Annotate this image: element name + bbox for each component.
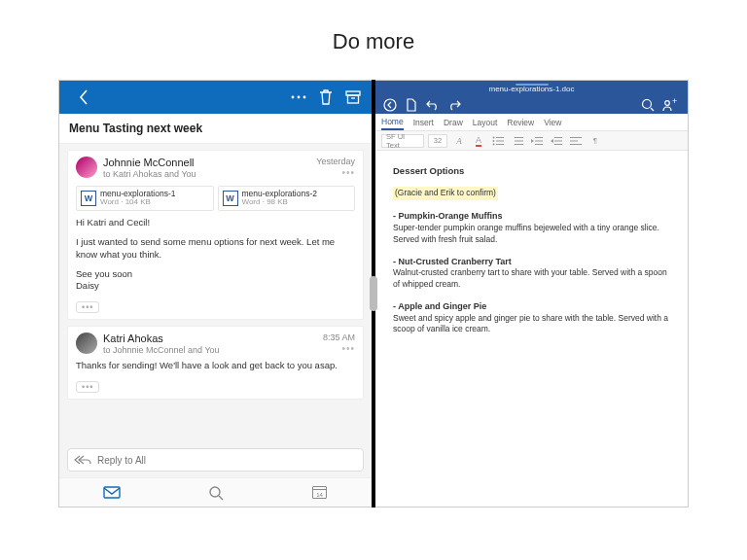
- message-body: Hi Katri and Cecil! I just wanted to sen…: [76, 217, 355, 293]
- reply-all-icon[interactable]: [68, 455, 97, 465]
- delete-icon[interactable]: [315, 87, 337, 108]
- svg-rect-4: [348, 95, 359, 103]
- numbering-icon[interactable]: [510, 134, 525, 148]
- svg-point-18: [493, 143, 495, 145]
- calendar-tab-icon[interactable]: 14: [309, 483, 331, 503]
- message-to: to Johnnie McConnel and You: [103, 345, 317, 356]
- share-icon[interactable]: +: [660, 96, 678, 114]
- item-desc: Super-tender pumpkin orange muffins beje…: [393, 223, 670, 246]
- mail-tab-icon[interactable]: [101, 483, 123, 503]
- document-canvas[interactable]: Dessert Options (Gracie and Erik to conf…: [375, 151, 688, 507]
- message-body: Thanks for sending! We'll have a look an…: [76, 360, 355, 372]
- svg-line-11: [651, 108, 654, 111]
- item-desc: Sweet and spicy apple and ginger pie to …: [393, 313, 670, 336]
- message-card[interactable]: Katri Ahokas to Johnnie McConnel and You…: [67, 326, 364, 400]
- bullets-icon[interactable]: [490, 134, 506, 148]
- page-title: Do more: [0, 0, 747, 80]
- message-more-icon[interactable]: •••: [323, 343, 355, 355]
- email-subject: Menu Tasting next week: [59, 114, 372, 144]
- outlook-body: Menu Tasting next week Johnnie McConnell…: [59, 114, 372, 477]
- tab-insert[interactable]: Insert: [413, 116, 434, 129]
- attachment[interactable]: W menu-explorations-1 Word · 104 KB: [76, 186, 214, 211]
- svg-text:+: +: [672, 98, 677, 106]
- message-more-icon[interactable]: •••: [316, 167, 355, 179]
- outlook-header: [59, 81, 372, 114]
- word-file-icon: W: [81, 191, 96, 206]
- font-style-icon[interactable]: A: [451, 134, 467, 148]
- word-pane: menu-explorations-1.doc + Home Insert Dr…: [375, 80, 689, 508]
- word-file-icon: W: [223, 191, 238, 206]
- doc-highlighted-note: (Gracie and Erik to confirm): [393, 187, 498, 200]
- item-title: - Nut-Crusted Cranberry Tart: [393, 256, 670, 268]
- styles-icon[interactable]: ¶: [587, 134, 603, 148]
- back-button[interactable]: [381, 96, 399, 114]
- ribbon-tabs: Home Insert Draw Layout Review View: [375, 114, 688, 131]
- message-card[interactable]: Johnnie McConnell to Katri Ahokas and Yo…: [67, 150, 364, 320]
- outlook-footer: 14: [59, 477, 372, 507]
- message-from: Johnnie McConnell: [103, 157, 310, 169]
- tab-layout[interactable]: Layout: [473, 116, 498, 129]
- font-name-select[interactable]: SF UI Text: [381, 134, 424, 148]
- svg-rect-6: [104, 487, 120, 498]
- reply-input[interactable]: [97, 455, 363, 466]
- archive-icon[interactable]: [342, 87, 364, 108]
- item-title: - Apple and Ginger Pie: [393, 300, 670, 313]
- item-desc: Walnut-crusted cranberry tart to share w…: [393, 267, 670, 291]
- file-menu-icon[interactable]: [403, 96, 420, 114]
- split-view: Menu Tasting next week Johnnie McConnell…: [0, 80, 747, 560]
- calendar-day-number: 14: [316, 492, 323, 498]
- avatar: [76, 332, 97, 354]
- indent-icon[interactable]: [549, 134, 564, 148]
- back-button[interactable]: [73, 87, 94, 108]
- tab-draw[interactable]: Draw: [444, 116, 463, 129]
- message-to: to Katri Ahokas and You: [103, 169, 310, 180]
- item-title: - Pumpkin-Orange Muffins: [393, 210, 670, 223]
- outdent-icon[interactable]: [529, 134, 545, 148]
- svg-point-9: [384, 99, 396, 111]
- redo-icon[interactable]: [445, 96, 463, 114]
- expand-quoted-icon[interactable]: •••: [76, 301, 99, 313]
- font-color-icon[interactable]: A: [471, 134, 486, 148]
- avatar: [76, 157, 97, 178]
- split-divider[interactable]: [372, 80, 375, 508]
- message-time: 8:35 AM: [323, 332, 355, 343]
- font-size-select[interactable]: 32: [428, 134, 447, 148]
- undo-icon[interactable]: [424, 96, 442, 114]
- message-from: Katri Ahokas: [103, 332, 317, 345]
- svg-line-8: [219, 496, 223, 500]
- word-header: menu-explorations-1.doc +: [375, 81, 688, 114]
- svg-point-1: [298, 96, 301, 99]
- svg-point-14: [493, 136, 495, 138]
- expand-quoted-icon[interactable]: •••: [76, 381, 99, 393]
- svg-point-16: [493, 140, 495, 142]
- more-options-icon[interactable]: [288, 87, 309, 108]
- svg-point-7: [210, 487, 220, 497]
- tab-view[interactable]: View: [544, 116, 561, 129]
- search-icon[interactable]: [639, 96, 657, 114]
- attachment[interactable]: W menu-explorations-2 Word · 98 KB: [218, 186, 356, 211]
- tab-review[interactable]: Review: [507, 116, 534, 129]
- svg-point-12: [665, 101, 670, 106]
- outlook-pane: Menu Tasting next week Johnnie McConnell…: [58, 80, 372, 508]
- document-filename: menu-explorations-1.doc: [488, 85, 574, 93]
- tab-home[interactable]: Home: [381, 115, 404, 130]
- message-time: Yesterday: [316, 157, 355, 167]
- align-icon[interactable]: [568, 134, 584, 148]
- svg-point-10: [643, 100, 652, 109]
- svg-point-0: [292, 96, 295, 99]
- attachment-meta: Word · 98 KB: [242, 198, 317, 207]
- attachment-meta: Word · 104 KB: [100, 198, 175, 207]
- ribbon-toolbar: SF UI Text 32 A A ¶: [375, 131, 688, 151]
- search-tab-icon[interactable]: [205, 483, 227, 503]
- doc-heading: Dessert Options: [393, 164, 670, 177]
- reply-bar[interactable]: [67, 448, 364, 472]
- svg-point-2: [303, 96, 306, 99]
